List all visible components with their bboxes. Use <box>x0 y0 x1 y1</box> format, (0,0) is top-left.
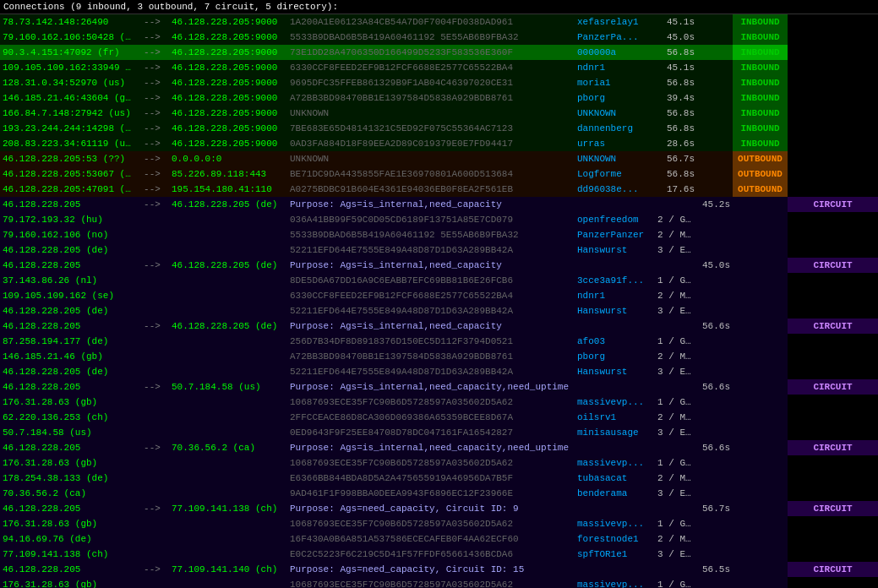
src-cell: 79.160.162.106:50428 (no) <box>0 30 135 45</box>
type-cell: CIRCUIT <box>788 562 878 577</box>
time-cell <box>697 410 733 425</box>
pos-cell: 45.1s <box>655 60 697 75</box>
dst-cell: 46.128.228.205:9000 <box>169 30 287 45</box>
src-cell: 109.105.109.162:33949 (se) <box>0 60 135 75</box>
fp-cell: 5533B9DBAD6B5B419A60461192 5E55AB6B9FBA3… <box>287 227 575 242</box>
pos-cell: 56.8s <box>655 106 697 121</box>
table-row: 46.128.228.205 --> 70.36.56.2 (ca) Purpo… <box>0 440 878 455</box>
fp-cell: 73E1DD28A4706350D166499D5233F583536E360F <box>287 45 575 60</box>
pos-cell: 2 / Middle <box>655 531 697 547</box>
table-row: 46.128.228.205 --> 77.109.141.140 (ch) P… <box>0 562 878 577</box>
arrow-cell: --> <box>135 379 169 395</box>
table-row: 166.84.7.148:27942 (us) --> 46.128.228.2… <box>0 106 878 121</box>
arrow-cell: --> <box>135 30 169 45</box>
type-cell: CIRCUIT <box>788 258 878 273</box>
table-row: 176.31.28.63 (gb) 10687693ECE35F7C90B6D5… <box>0 455 878 471</box>
src-cell: 70.36.56.2 (ca) <box>0 486 287 501</box>
src-cell: 79.172.193.32 (hu) <box>0 212 287 227</box>
nick-cell <box>655 501 697 516</box>
nick-cell: massivevp... <box>575 455 655 471</box>
time-cell <box>733 258 788 273</box>
src-cell: 46.128.228.205 (de) <box>0 303 287 318</box>
pos-cell: 1 / Guard <box>655 455 697 471</box>
dst-cell: 46.128.228.205:9000 <box>169 45 287 60</box>
table-row: 146.185.21.46 (gb) A72BB3BD98470BB1E1397… <box>0 349 878 364</box>
arrow-cell: --> <box>135 197 169 212</box>
type-cell: OUTBOUND <box>733 151 788 166</box>
table-row: 46.128.228.205:53 (??) --> 0.0.0.0:0 UNK… <box>0 151 878 166</box>
type-cell: INBOUND <box>733 75 788 90</box>
src-cell: 176.31.28.63 (gb) <box>0 395 287 410</box>
table-row: 109.105.109.162:33949 (se) --> 46.128.22… <box>0 60 878 75</box>
time-cell <box>733 501 788 516</box>
time-cell <box>697 334 733 349</box>
fp-cell: 10687693ECE35F7C90B6D5728597A035602D5A62 <box>287 395 575 410</box>
pos-cell: 2 / Middle <box>655 410 697 425</box>
time-cell <box>733 379 788 395</box>
fp-cell: Purpose: Ags=is_internal,need_capacity <box>287 318 655 334</box>
nick-cell: spfTOR1e1 <box>575 547 655 562</box>
fp-cell: Purpose: Ags=need_capacity, Circuit ID: … <box>287 562 655 577</box>
type-cell: CIRCUIT <box>788 440 878 455</box>
fp-cell: 9AD461F1F998BBA0DEEA9943F6896EC12F23966E <box>287 486 575 501</box>
time-cell <box>697 75 733 90</box>
table-row: 176.31.28.63 (gb) 10687693ECE35F7C90B6D5… <box>0 516 878 531</box>
pos-cell: 39.4s <box>655 90 697 106</box>
pos-cell: 3 / Exit <box>655 364 697 379</box>
time-cell <box>697 531 733 547</box>
type-cell <box>733 471 788 486</box>
src-cell: 46.128.228.205:53067 (se) <box>0 166 135 182</box>
time-cell <box>697 547 733 562</box>
fp-cell: 0ED9643F9F25EE84708D78DC047161FA16542827 <box>287 425 575 440</box>
fp-cell: 6330CCF8FEED2EF9B12FCF6688E2577C65522BA4 <box>287 60 575 75</box>
fp-cell: 10687693ECE35F7C90B6D5728597A035602D5A62 <box>287 516 575 531</box>
table-row: 46.128.228.205 --> 46.128.228.205 (de) P… <box>0 197 878 212</box>
arrow-cell: --> <box>135 258 169 273</box>
table-row: 193.23.244.244:14298 (de) --> 46.128.228… <box>0 121 878 136</box>
table-row: 70.36.56.2 (ca) 9AD461F1F998BBA0DEEA9943… <box>0 486 878 501</box>
src-cell: 146.185.21.46 (gb) <box>0 349 287 364</box>
type-cell <box>733 486 788 501</box>
time-cell <box>697 136 733 151</box>
time-cell <box>697 364 733 379</box>
pos-cell: 28.6s <box>655 136 697 151</box>
pos-cell: 3 / Exit <box>655 547 697 562</box>
dst-cell: 46.128.228.205:9000 <box>169 14 287 30</box>
pos-cell: 17.6s <box>655 182 697 197</box>
dst-cell: 70.36.56.2 (ca) <box>169 440 287 455</box>
type-cell <box>733 395 788 410</box>
pos-cell: 56.6s <box>697 379 733 395</box>
type-cell: OUTBOUND <box>733 182 788 197</box>
pos-cell: 56.5s <box>697 562 733 577</box>
fp-cell: A72BB3BD98470BB1E1397584D5838A929BDB8761 <box>287 349 575 364</box>
nick-cell: massivevp... <box>575 395 655 410</box>
fp-cell: 6330CCF8FEED2EF9B12FCF6688E2577C65522BA4 <box>287 288 575 303</box>
table-row: 146.185.21.46:43604 (gb) --> 46.128.228.… <box>0 90 878 106</box>
time-cell <box>697 151 733 166</box>
nick-cell: oilsrv1 <box>575 410 655 425</box>
arrow-cell: --> <box>135 318 169 334</box>
nick-cell: Hanswurst <box>575 364 655 379</box>
pos-cell: 2 / Middle <box>655 349 697 364</box>
arrow-cell: --> <box>135 14 169 30</box>
src-cell: 50.7.184.58 (us) <box>0 425 287 440</box>
pos-cell: 56.6s <box>697 440 733 455</box>
fp-cell: 256D7B34DF8D8918376D150EC5D112F3794D0521 <box>287 334 575 349</box>
fp-cell: 10687693ECE35F7C90B6D5728597A035602D5A62 <box>287 577 575 588</box>
nick-cell: urras <box>575 136 655 151</box>
arrow-cell: --> <box>135 106 169 121</box>
arrow-cell: --> <box>135 90 169 106</box>
type-cell <box>733 547 788 562</box>
pos-cell: 1 / Guard <box>655 516 697 531</box>
table-row: 208.83.223.34:61119 (us) --> 46.128.228.… <box>0 136 878 151</box>
type-cell: OUTBOUND <box>733 166 788 182</box>
nick-cell: forestnode1 <box>575 531 655 547</box>
pos-cell: 1 / Guard <box>655 395 697 410</box>
table-row: 109.105.109.162 (se) 6330CCF8FEED2EF9B12… <box>0 288 878 303</box>
time-cell <box>697 182 733 197</box>
header-text: Connections (9 inbound, 3 outbound, 7 ci… <box>3 2 338 12</box>
fp-cell: Purpose: Ags=is_internal,need_capacity,n… <box>287 440 655 455</box>
arrow-cell: --> <box>135 136 169 151</box>
pos-cell: 2 / Middle <box>655 288 697 303</box>
dst-cell: 77.109.141.138 (ch) <box>169 501 287 516</box>
